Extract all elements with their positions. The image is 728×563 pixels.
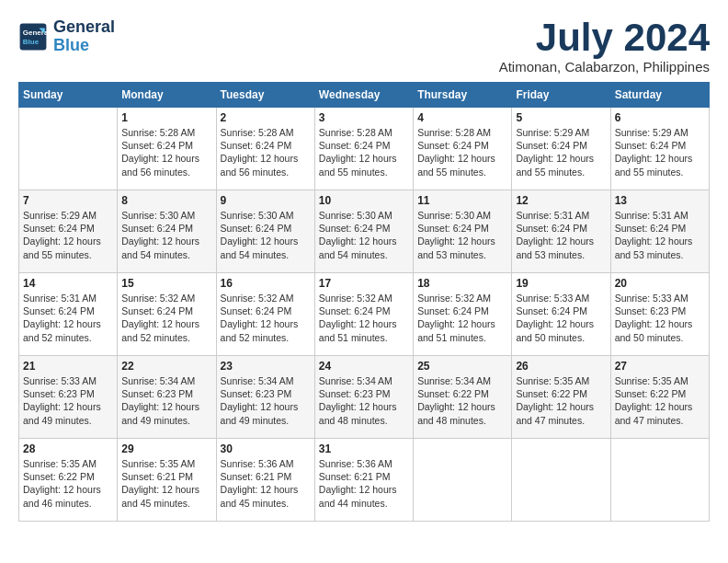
calendar-cell: 30Sunrise: 5:36 AM Sunset: 6:21 PM Dayli… (216, 439, 314, 522)
day-number: 4 (417, 111, 507, 124)
day-info: Sunrise: 5:34 AM Sunset: 6:22 PM Dayligh… (417, 374, 507, 427)
day-number: 9 (221, 194, 311, 207)
day-info: Sunrise: 5:28 AM Sunset: 6:24 PM Dayligh… (121, 126, 211, 178)
day-number: 15 (121, 277, 211, 290)
day-number: 10 (319, 194, 409, 207)
svg-text:Blue: Blue (23, 38, 40, 46)
day-number: 22 (121, 360, 211, 373)
day-number: 7 (23, 194, 113, 207)
calendar-cell: 14Sunrise: 5:31 AM Sunset: 6:24 PM Dayli… (19, 273, 118, 356)
calendar-cell (19, 108, 118, 190)
day-number: 28 (23, 442, 113, 455)
calendar-week-row: 21Sunrise: 5:33 AM Sunset: 6:23 PM Dayli… (19, 356, 710, 439)
day-info: Sunrise: 5:30 AM Sunset: 6:24 PM Dayligh… (319, 209, 409, 261)
day-number: 31 (319, 442, 409, 455)
calendar-cell: 27Sunrise: 5:35 AM Sunset: 6:22 PM Dayli… (610, 356, 709, 439)
calendar-cell: 17Sunrise: 5:32 AM Sunset: 6:24 PM Dayli… (314, 273, 413, 356)
calendar-cell: 11Sunrise: 5:30 AM Sunset: 6:24 PM Dayli… (414, 190, 512, 273)
day-number: 13 (615, 194, 705, 207)
day-info: Sunrise: 5:30 AM Sunset: 6:24 PM Dayligh… (221, 209, 311, 261)
day-info: Sunrise: 5:30 AM Sunset: 6:24 PM Dayligh… (417, 209, 507, 261)
calendar-cell: 3Sunrise: 5:28 AM Sunset: 6:24 PM Daylig… (314, 108, 413, 190)
day-info: Sunrise: 5:35 AM Sunset: 6:21 PM Dayligh… (121, 457, 211, 510)
weekday-header: Tuesday (216, 83, 314, 108)
calendar-cell: 20Sunrise: 5:33 AM Sunset: 6:23 PM Dayli… (610, 273, 709, 356)
day-number: 2 (221, 111, 311, 124)
calendar-week-row: 1Sunrise: 5:28 AM Sunset: 6:24 PM Daylig… (19, 108, 710, 190)
calendar-cell: 24Sunrise: 5:34 AM Sunset: 6:23 PM Dayli… (314, 356, 413, 439)
day-info: Sunrise: 5:35 AM Sunset: 6:22 PM Dayligh… (23, 457, 113, 510)
title-block: July 2024 Atimonan, Calabarzon, Philippi… (499, 18, 710, 75)
day-info: Sunrise: 5:32 AM Sunset: 6:24 PM Dayligh… (121, 292, 211, 344)
day-number: 23 (221, 360, 311, 373)
day-number: 19 (516, 277, 606, 290)
day-info: Sunrise: 5:34 AM Sunset: 6:23 PM Dayligh… (221, 374, 311, 427)
day-info: Sunrise: 5:29 AM Sunset: 6:24 PM Dayligh… (23, 209, 113, 261)
calendar-cell: 22Sunrise: 5:34 AM Sunset: 6:23 PM Dayli… (118, 356, 216, 439)
calendar-cell: 5Sunrise: 5:29 AM Sunset: 6:24 PM Daylig… (512, 108, 610, 190)
calendar-cell: 15Sunrise: 5:32 AM Sunset: 6:24 PM Dayli… (118, 273, 216, 356)
calendar-cell (414, 439, 512, 522)
day-info: Sunrise: 5:28 AM Sunset: 6:24 PM Dayligh… (417, 126, 507, 178)
day-number: 14 (23, 277, 113, 290)
calendar-cell: 1Sunrise: 5:28 AM Sunset: 6:24 PM Daylig… (118, 108, 216, 190)
calendar-cell: 8Sunrise: 5:30 AM Sunset: 6:24 PM Daylig… (118, 190, 216, 273)
day-number: 20 (615, 277, 705, 290)
day-info: Sunrise: 5:34 AM Sunset: 6:23 PM Dayligh… (121, 374, 211, 427)
day-number: 29 (121, 442, 211, 455)
logo-line2: Blue (53, 37, 115, 55)
calendar-cell: 23Sunrise: 5:34 AM Sunset: 6:23 PM Dayli… (216, 356, 314, 439)
day-info: Sunrise: 5:33 AM Sunset: 6:23 PM Dayligh… (615, 292, 705, 344)
day-number: 16 (221, 277, 311, 290)
day-number: 30 (221, 442, 311, 455)
day-number: 26 (516, 360, 606, 373)
calendar-cell: 29Sunrise: 5:35 AM Sunset: 6:21 PM Dayli… (118, 439, 216, 522)
weekday-header: Monday (118, 83, 216, 108)
day-info: Sunrise: 5:31 AM Sunset: 6:24 PM Dayligh… (516, 209, 606, 261)
calendar-week-row: 14Sunrise: 5:31 AM Sunset: 6:24 PM Dayli… (19, 273, 710, 356)
day-info: Sunrise: 5:33 AM Sunset: 6:23 PM Dayligh… (23, 374, 113, 427)
day-info: Sunrise: 5:29 AM Sunset: 6:24 PM Dayligh… (615, 126, 705, 178)
calendar-cell: 19Sunrise: 5:33 AM Sunset: 6:24 PM Dayli… (512, 273, 610, 356)
calendar-cell: 21Sunrise: 5:33 AM Sunset: 6:23 PM Dayli… (19, 356, 118, 439)
calendar-table: SundayMondayTuesdayWednesdayThursdayFrid… (18, 82, 710, 522)
calendar-cell: 9Sunrise: 5:30 AM Sunset: 6:24 PM Daylig… (216, 190, 314, 273)
logo-line1: General (53, 18, 115, 37)
calendar-cell: 26Sunrise: 5:35 AM Sunset: 6:22 PM Dayli… (512, 356, 610, 439)
weekday-header: Wednesday (314, 83, 413, 108)
weekday-header: Saturday (610, 83, 709, 108)
calendar-cell: 16Sunrise: 5:32 AM Sunset: 6:24 PM Dayli… (216, 273, 314, 356)
day-info: Sunrise: 5:31 AM Sunset: 6:24 PM Dayligh… (615, 209, 705, 261)
page-header: General Blue General Blue July 2024 Atim… (18, 18, 710, 75)
calendar-cell: 12Sunrise: 5:31 AM Sunset: 6:24 PM Dayli… (512, 190, 610, 273)
logo-icon: General Blue (18, 22, 48, 52)
day-number: 27 (615, 360, 705, 373)
calendar-cell: 31Sunrise: 5:36 AM Sunset: 6:21 PM Dayli… (314, 439, 413, 522)
weekday-header: Thursday (414, 83, 512, 108)
month-title: July 2024 (499, 18, 710, 57)
day-number: 1 (121, 111, 211, 124)
day-info: Sunrise: 5:32 AM Sunset: 6:24 PM Dayligh… (221, 292, 311, 344)
day-info: Sunrise: 5:36 AM Sunset: 6:21 PM Dayligh… (319, 457, 409, 510)
weekday-header-row: SundayMondayTuesdayWednesdayThursdayFrid… (19, 83, 710, 108)
day-info: Sunrise: 5:28 AM Sunset: 6:24 PM Dayligh… (221, 126, 311, 178)
day-info: Sunrise: 5:35 AM Sunset: 6:22 PM Dayligh… (516, 374, 606, 427)
day-info: Sunrise: 5:29 AM Sunset: 6:24 PM Dayligh… (516, 126, 606, 178)
day-info: Sunrise: 5:31 AM Sunset: 6:24 PM Dayligh… (23, 292, 113, 344)
weekday-header: Friday (512, 83, 610, 108)
calendar-week-row: 28Sunrise: 5:35 AM Sunset: 6:22 PM Dayli… (19, 439, 710, 522)
logo-text: General Blue (53, 18, 115, 55)
day-number: 5 (516, 111, 606, 124)
day-info: Sunrise: 5:32 AM Sunset: 6:24 PM Dayligh… (417, 292, 507, 344)
day-info: Sunrise: 5:32 AM Sunset: 6:24 PM Dayligh… (319, 292, 409, 344)
calendar-cell: 13Sunrise: 5:31 AM Sunset: 6:24 PM Dayli… (610, 190, 709, 273)
calendar-cell: 4Sunrise: 5:28 AM Sunset: 6:24 PM Daylig… (414, 108, 512, 190)
calendar-cell: 7Sunrise: 5:29 AM Sunset: 6:24 PM Daylig… (19, 190, 118, 273)
day-number: 11 (417, 194, 507, 207)
calendar-cell: 10Sunrise: 5:30 AM Sunset: 6:24 PM Dayli… (314, 190, 413, 273)
logo: General Blue General Blue (18, 18, 115, 55)
weekday-header: Sunday (19, 83, 118, 108)
day-info: Sunrise: 5:33 AM Sunset: 6:24 PM Dayligh… (516, 292, 606, 344)
day-info: Sunrise: 5:36 AM Sunset: 6:21 PM Dayligh… (221, 457, 311, 510)
day-info: Sunrise: 5:35 AM Sunset: 6:22 PM Dayligh… (615, 374, 705, 427)
